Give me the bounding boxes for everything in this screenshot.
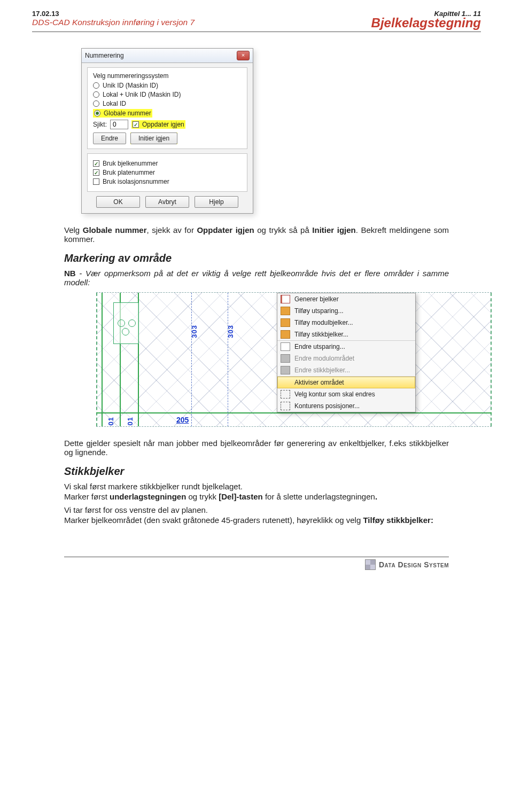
cad-circle xyxy=(118,319,125,327)
radio-label: Globale nummer xyxy=(104,110,151,117)
oppdater-highlight: ✓ Oppdater igjen xyxy=(131,120,185,129)
ctx-label: Endre modulområdet xyxy=(294,355,354,362)
checkbox-icon: ✓ xyxy=(93,160,99,167)
context-menu: Generer bjelker Tilføy utsparing... Tilf… xyxy=(277,293,416,412)
ctx-label: Aktiviser området xyxy=(294,379,344,386)
radio-label: Lokal + Unik ID (Maskin ID) xyxy=(103,91,181,98)
cad-dimension-205: 205 xyxy=(176,416,189,424)
points-icon xyxy=(281,402,290,410)
dialog-nummerering: Nummerering × Velg nummereringssystem Un… xyxy=(81,48,253,214)
radio-label: Unik ID (Maskin ID) xyxy=(103,82,158,89)
ctx-label: Endre utsparing... xyxy=(294,343,345,350)
ctx-tilfoy-modulbjelker[interactable]: Tilføy modulbjelker... xyxy=(277,317,415,329)
numbering-system-group: Velg nummereringssystem Unik ID (Maskin … xyxy=(87,67,247,149)
radio-unik-id[interactable]: Unik ID (Maskin ID) xyxy=(93,82,242,89)
cad-blue-dashed xyxy=(228,293,228,426)
module-icon xyxy=(281,354,290,363)
page-header: 17.02.13 DDS-CAD Konstruksjon innføring … xyxy=(32,10,481,32)
ctx-endre-modulomradet: Endre modulområdet xyxy=(277,353,415,364)
numbering-prompt: Velg nummereringssystem xyxy=(93,72,242,80)
body-paragraph-1: Velg Globale nummer, sjekk av for Oppdat… xyxy=(64,225,449,244)
radio-icon[interactable] xyxy=(94,110,100,116)
ctx-label: Velg kontur som skal endres xyxy=(294,391,375,398)
ctx-label: Tilføy stikkbjelker... xyxy=(294,331,348,338)
blank-icon xyxy=(281,378,290,387)
check-label: Bruk platenummer xyxy=(103,169,155,176)
ctx-endre-utsparing[interactable]: Endre utsparing... xyxy=(277,341,415,353)
dialog-title-label: Nummerering xyxy=(85,52,124,59)
section-heading-stikkbjelker: Stikkbjelker xyxy=(64,465,449,478)
hjelp-button[interactable]: Hjelp xyxy=(195,196,238,208)
ctx-tilfoy-utsparing[interactable]: Tilføy utsparing... xyxy=(277,305,415,317)
cad-label-01: 01 xyxy=(126,417,134,425)
body-paragraph-3: Dette gjelder spesielt når man jobber me… xyxy=(64,439,449,457)
body-paragraph-4: Vi skal først markere stikkbjelker rundt… xyxy=(64,482,449,491)
sjikt-label: Sjikt: xyxy=(93,121,107,128)
radio-lokal-unik-id[interactable]: Lokal + Unik ID (Maskin ID) xyxy=(93,91,242,98)
initier-highlight: Initier igjen xyxy=(130,132,177,144)
ctx-label: Tilføy modulbjelker... xyxy=(294,319,353,326)
close-button[interactable]: × xyxy=(237,51,250,60)
check-label: Bruk isolasjonsnummer xyxy=(103,178,169,185)
body-paragraph-7: Marker bjelkeområdet (den svakt gråtoned… xyxy=(64,516,449,525)
initier-igjen-button[interactable]: Initier igjen xyxy=(130,132,177,144)
cad-green-horizontal xyxy=(96,412,492,413)
radio-icon xyxy=(93,100,99,107)
check-bjelkenummer[interactable]: ✓ Bruk bjelkenummer xyxy=(93,160,242,167)
dialog-titlebar: Nummerering × xyxy=(82,49,253,63)
radio-icon xyxy=(93,82,99,89)
stub-icon xyxy=(281,330,290,339)
ctx-label: Generer bjelker xyxy=(294,295,339,303)
body-paragraph-5: Marker først underlagstegningen og trykk… xyxy=(64,492,449,501)
header-title: Bjelkelagstegning xyxy=(371,15,481,30)
dds-logo-icon xyxy=(365,559,376,570)
oppdater-label: Oppdater igjen xyxy=(142,121,184,128)
header-date: 17.02.13 xyxy=(32,10,195,18)
ctx-endre-stikkbjelker: Endre stikkbjelker... xyxy=(277,364,415,377)
checkbox-icon xyxy=(93,178,99,185)
opening-icon xyxy=(281,307,290,315)
cad-circle xyxy=(128,319,136,327)
radio-label: Lokal ID xyxy=(103,100,126,107)
ok-button[interactable]: OK xyxy=(96,196,140,208)
check-label: Bruk bjelkenummer xyxy=(103,160,158,167)
module-icon xyxy=(281,318,290,327)
ctx-velg-kontur[interactable]: Velg kontur som skal endres xyxy=(277,388,415,400)
cad-circle xyxy=(122,328,129,335)
ctx-label: Endre stikkbjelker... xyxy=(294,366,350,374)
stub-icon xyxy=(281,366,290,374)
check-platenummer[interactable]: ✓ Bruk platenummer xyxy=(93,169,242,176)
body-paragraph-6: Vi tar først for oss venstre del av plan… xyxy=(64,505,449,514)
page-footer: Data Design System xyxy=(64,557,449,570)
header-subtitle: DDS-CAD Konstruksjon innføring i versjon… xyxy=(32,18,195,27)
use-numbers-group: ✓ Bruk bjelkenummer ✓ Bruk platenummer B… xyxy=(87,153,247,192)
footer-brand: Data Design System xyxy=(379,560,449,569)
ctx-konturens-posisjoner[interactable]: Konturens posisjoner... xyxy=(277,400,415,412)
radio-globale-highlight: Globale nummer xyxy=(93,109,152,118)
avbryt-button[interactable]: Avbryt xyxy=(145,196,189,208)
body-paragraph-nb: NB - Vær oppmerksom på at det er viktig … xyxy=(64,269,449,287)
ctx-generer-bjelker[interactable]: Generer bjelker xyxy=(277,293,415,305)
ctx-label: Tilføy utsparing... xyxy=(294,307,344,315)
contour-icon xyxy=(281,390,290,399)
ctx-tilfoy-stikkbjelker[interactable]: Tilføy stikkbjelker... xyxy=(277,329,415,341)
bars-icon xyxy=(281,295,290,303)
checkbox-oppdater[interactable]: ✓ xyxy=(133,121,139,128)
ctx-aktiviser-omradet[interactable]: Aktiviser området xyxy=(277,377,415,388)
cad-label-303: 303 xyxy=(227,325,235,338)
cad-label-303: 303 xyxy=(190,325,198,338)
radio-lokal-id[interactable]: Lokal ID xyxy=(93,100,242,107)
check-isolasjonsnummer[interactable]: Bruk isolasjonsnummer xyxy=(93,178,242,185)
ctx-label: Konturens posisjoner... xyxy=(294,402,360,410)
cad-figure: 303 303 01 01 205 Generer bjelker Tilføy… xyxy=(96,292,492,427)
form-icon xyxy=(281,342,290,351)
cad-label-01: 01 xyxy=(107,417,115,425)
endre-button[interactable]: Endre xyxy=(93,132,126,144)
cad-blue-dashed xyxy=(191,293,192,426)
checkbox-icon: ✓ xyxy=(93,169,99,176)
radio-icon xyxy=(93,91,99,98)
section-heading-markering: Markering av område xyxy=(64,252,449,264)
cad-green-vertical xyxy=(102,293,103,426)
sjikt-field[interactable] xyxy=(110,120,128,129)
